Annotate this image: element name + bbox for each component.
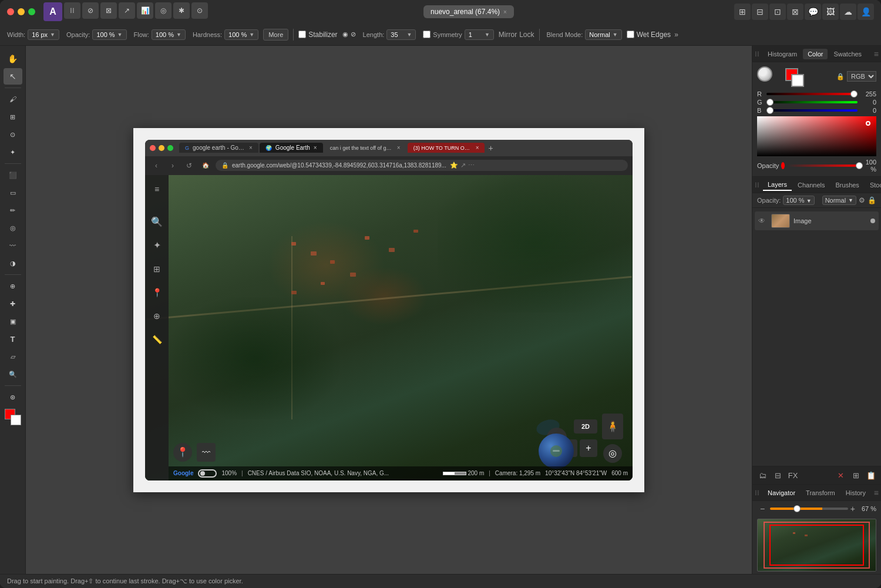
arrow-tool[interactable]: ↖ (4, 68, 22, 85)
background-color[interactable] (11, 415, 21, 425)
lasso-tool[interactable]: ⊙ (4, 126, 22, 143)
hand-tool[interactable]: ✋ (4, 51, 22, 67)
copy-button[interactable]: 📋 (865, 469, 877, 482)
url-bar[interactable]: 🔒 earth.google.com/web/@10.54734339,-84.… (216, 160, 628, 171)
browser-tab-search[interactable]: G google earth - Google Search × (179, 143, 258, 153)
crop-tool[interactable]: ⊞ (4, 109, 22, 125)
2d-button[interactable]: 2D (574, 419, 597, 434)
blend-mode-value[interactable]: Normal ▼ (585, 29, 621, 40)
earth-rotate-btn[interactable]: ✦ (147, 236, 166, 255)
settings-icon[interactable]: ⊟ (752, 4, 768, 20)
burn-tool[interactable]: ◑ (4, 255, 22, 271)
tab4-close[interactable]: × (476, 145, 479, 151)
forward-button[interactable]: › (166, 159, 179, 172)
smudge-tool[interactable]: 〰 (4, 237, 22, 254)
browser-maximize[interactable] (167, 145, 173, 151)
add-layer-button[interactable]: ⊞ (849, 469, 862, 482)
nav-zoom-slider[interactable] (770, 508, 848, 510)
earth-path-button[interactable]: 〰 (197, 443, 216, 462)
maximize-button[interactable] (28, 8, 35, 15)
location-button[interactable]: ◎ (603, 444, 622, 463)
tab1-close[interactable]: × (249, 145, 253, 151)
pencil-tool[interactable]: ✏ (4, 202, 22, 219)
tab2-close[interactable]: × (314, 145, 317, 151)
green-slider[interactable] (766, 101, 858, 103)
browser-tab-4[interactable]: (3) HOW TO TURN OFF LABELS on ... × (408, 143, 485, 153)
earth-menu-btn[interactable]: ≡ (147, 180, 166, 199)
opacity-value[interactable]: 100 % ▼ (92, 29, 126, 40)
zoom-in-button[interactable]: + (580, 439, 597, 457)
tool-icon-8[interactable]: ⊙ (191, 2, 208, 19)
nav-zoom-in-btn[interactable]: + (850, 504, 855, 513)
blue-slider[interactable] (766, 109, 858, 112)
share-icon[interactable]: ↗ (460, 162, 466, 169)
view-icon[interactable]: ⊞ (734, 4, 751, 20)
tool-icon-7[interactable]: ✱ (173, 2, 190, 19)
back-button[interactable]: ‹ (150, 159, 163, 172)
browser-tab-3[interactable]: can i get the text off of google ear... … (324, 143, 406, 153)
share-icon[interactable]: ⊠ (787, 4, 803, 20)
tool-icon-1[interactable]: ⁞⁞ (64, 2, 80, 19)
tool-icon-3[interactable]: ⊠ (100, 2, 117, 19)
gradient-tool[interactable]: ▣ (4, 313, 22, 330)
arrange-icon[interactable]: ⊡ (769, 4, 786, 20)
tab-close-icon[interactable]: × (503, 9, 507, 15)
add-group-button[interactable]: 🗂 (756, 469, 769, 482)
zoom-tool[interactable]: 🔍 (4, 366, 22, 382)
bookmark-icon[interactable]: ⭐ (450, 162, 458, 169)
symmetry-checkbox[interactable] (423, 31, 431, 38)
nav-panel-menu[interactable]: ≡ (874, 488, 879, 498)
brush-tool[interactable]: 🖌 (4, 91, 22, 107)
nav-zoom-out-btn[interactable]: − (757, 503, 768, 514)
cloud-icon[interactable]: ☁ (840, 4, 856, 20)
blur-tool[interactable]: ◎ (4, 220, 22, 236)
browser-minimize[interactable] (159, 145, 164, 151)
swatches-tab[interactable]: Swatches (829, 49, 866, 59)
magic-wand-tool[interactable]: ✦ (4, 144, 22, 160)
color-tab[interactable]: Color (803, 49, 828, 59)
flow-value[interactable]: 100 % ▼ (152, 29, 186, 40)
tab3-close[interactable]: × (397, 145, 401, 151)
histogram-tab[interactable]: Histogram (763, 49, 802, 59)
eraser-tool[interactable]: ▭ (4, 184, 22, 201)
stabilizer-checkbox[interactable] (298, 31, 306, 38)
text-tool[interactable]: T (4, 331, 22, 347)
hardness-value[interactable]: 100 % ▼ (224, 29, 258, 40)
earth-marker-button[interactable]: 📍 (173, 443, 192, 462)
layer-item-0[interactable]: 👁 Image (755, 211, 879, 230)
background-swatch[interactable] (791, 74, 804, 87)
earth-layers-btn[interactable]: ⊕ (147, 307, 166, 325)
refresh-button[interactable]: ↺ (183, 159, 196, 172)
stock-tab[interactable]: Stock (865, 180, 881, 190)
delete-button[interactable]: ✕ (834, 469, 847, 482)
color-model-select[interactable]: RGB (847, 71, 876, 82)
browser-close[interactable] (150, 145, 156, 151)
nav-preview[interactable] (757, 519, 876, 572)
stabilizer-icon-2[interactable]: ⊘ (351, 31, 356, 38)
earth-search-btn[interactable]: 🔍 (147, 213, 166, 231)
tool-icon-6[interactable]: ◎ (155, 2, 172, 19)
add-mask-button[interactable]: ⊟ (771, 469, 784, 482)
color-mode-wheel[interactable] (757, 66, 772, 82)
user-icon[interactable]: 👤 (858, 4, 874, 20)
layers-settings-icon[interactable]: ⚙ (859, 196, 865, 204)
length-value[interactable]: 35 ▼ (386, 29, 416, 40)
tool-icon-4[interactable]: ↗ (119, 2, 135, 19)
red-slider[interactable] (766, 93, 858, 95)
photo-icon[interactable]: 🖼 (822, 4, 839, 20)
more-icon[interactable]: ⋯ (468, 162, 475, 169)
browser-tab-earth[interactable]: 🌍 Google Earth × (260, 143, 323, 153)
expand-button[interactable]: » (673, 31, 680, 39)
clone-tool[interactable]: ⊕ (4, 278, 22, 294)
chat-icon[interactable]: 💬 (805, 4, 821, 20)
opacity-slider[interactable] (787, 164, 863, 167)
tool-icon-5[interactable]: 📊 (137, 2, 153, 19)
color-gradient-picker[interactable] (757, 116, 876, 156)
color-panel-menu[interactable]: ≡ (874, 49, 879, 59)
globe-minimap[interactable] (539, 434, 574, 469)
layers-lock-icon[interactable]: 🔒 (867, 196, 876, 204)
wet-edges-checkbox[interactable] (627, 31, 634, 38)
tool-icon-2[interactable]: ⊘ (82, 2, 99, 19)
channels-tab[interactable]: Channels (793, 180, 829, 190)
close-button[interactable] (7, 8, 14, 15)
